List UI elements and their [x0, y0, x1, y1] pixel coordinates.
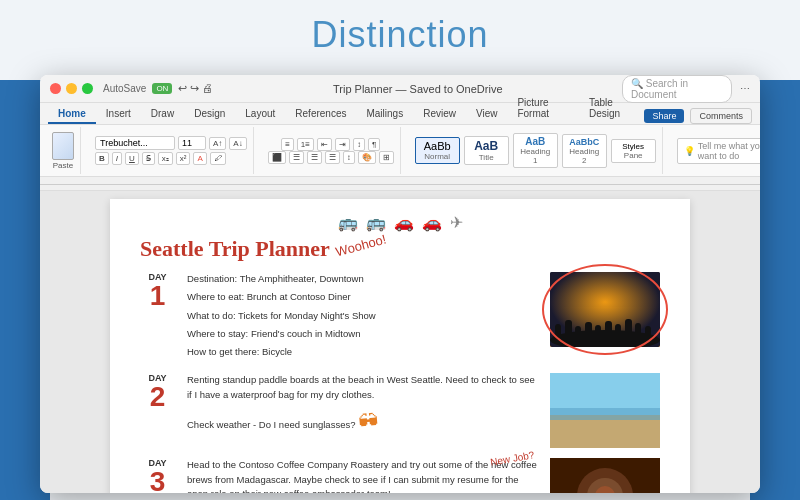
beach-image — [550, 373, 660, 448]
styles-area: AaBb Normal AaB Title AaB Heading 1 AaBb… — [415, 127, 656, 174]
day-3-image-wrapper: New Job? — [550, 458, 660, 493]
doc-title: Trip Planner — Saved to OneDrive — [214, 83, 623, 95]
ribbon-actions: Share Comments — [644, 108, 752, 124]
tab-design[interactable]: Design — [184, 106, 235, 124]
maximize-button[interactable] — [82, 83, 93, 94]
style-heading2[interactable]: AaBbC Heading 2 — [562, 134, 607, 168]
concert-image — [550, 272, 660, 347]
line-spacing-button[interactable]: ↕ — [343, 151, 355, 164]
day-3-row: Day 3 Head to the Contoso Coffee Company… — [140, 458, 660, 493]
day-3-content: Head to the Contoso Coffee Company Roast… — [187, 458, 538, 493]
day-2-content: Renting standup paddle boards at the bea… — [187, 373, 538, 440]
increase-font-button[interactable]: A↑ — [209, 137, 226, 150]
paste-icon — [52, 132, 74, 160]
day-1-row: Day 1 Destination: The Amphitheater, Dow… — [140, 272, 660, 363]
title-bar: AutoSave ON ↩ ↪ 🖨 Trip Planner — Saved t… — [40, 75, 760, 103]
indent-decrease-button[interactable]: ⇤ — [317, 138, 332, 151]
word-window: AutoSave ON ↩ ↪ 🖨 Trip Planner — Saved t… — [40, 75, 760, 493]
paragraph-group: ≡ 1≡ ⇤ ⇥ ↕ ¶ ⬛ ☰ ☰ ☰ ↕ 🎨 ⊞ — [262, 127, 401, 174]
tab-layout[interactable]: Layout — [235, 106, 285, 124]
svg-rect-9 — [625, 319, 632, 342]
doc-header: Seattle Trip Planner Woohoo! — [140, 236, 660, 262]
day-2-row: Day 2 Renting standup paddle boards at t… — [140, 373, 660, 448]
italic-button[interactable]: I — [112, 152, 122, 165]
decrease-font-button[interactable]: A↓ — [229, 137, 246, 150]
ribbon-tabs: Home Insert Draw Design Layout Reference… — [40, 103, 760, 125]
svg-rect-5 — [585, 322, 592, 342]
style-heading1[interactable]: AaB Heading 1 — [513, 133, 558, 168]
underline-button[interactable]: U — [125, 152, 139, 165]
highlight-button[interactable]: 🖊 — [210, 152, 226, 165]
comments-button[interactable]: Comments — [690, 108, 752, 124]
woohoo-annotation: Woohoo! — [334, 231, 388, 259]
justify-button[interactable]: ☰ — [325, 151, 340, 164]
paste-group: Paste — [46, 127, 81, 174]
svg-rect-8 — [615, 324, 621, 342]
tell-me-input[interactable]: 💡 Tell me what you want to do — [677, 138, 760, 164]
day-1-image-wrapper — [550, 272, 660, 347]
align-center-button[interactable]: ☰ — [289, 151, 304, 164]
car-icon-1: 🚗 — [394, 213, 414, 232]
font-color-button[interactable]: A — [193, 152, 206, 165]
align-right-button[interactable]: ☰ — [307, 151, 322, 164]
para-row-1: ≡ 1≡ ⇤ ⇥ ↕ ¶ — [281, 138, 380, 151]
para-row-2: ⬛ ☰ ☰ ☰ ↕ 🎨 ⊞ — [268, 151, 394, 164]
svg-rect-10 — [635, 323, 641, 342]
doc-page: 🚌 🚌 🚗 🚗 ✈ Seattle Trip Planner Woohoo! D… — [110, 199, 690, 493]
tab-insert[interactable]: Insert — [96, 106, 141, 124]
svg-rect-14 — [550, 408, 660, 420]
window-controls: ⋯ — [740, 83, 750, 94]
align-left-button[interactable]: ⬛ — [268, 151, 286, 164]
subscript-button[interactable]: x₂ — [158, 152, 173, 165]
shading-button[interactable]: 🎨 — [358, 151, 376, 164]
styles-pane-button[interactable]: Styles Pane — [611, 139, 656, 163]
bold-button[interactable]: B — [95, 152, 109, 165]
title-bar-left: AutoSave ON ↩ ↪ 🖨 — [103, 82, 214, 95]
ruler — [40, 177, 760, 191]
transport-icons: 🚌 🚌 🚗 🚗 ✈ — [140, 213, 660, 232]
sunglasses-annotation: 🕶 — [357, 405, 380, 437]
svg-rect-3 — [565, 320, 572, 342]
font-size-input[interactable] — [178, 136, 206, 150]
tab-picture-format[interactable]: Picture Format — [507, 95, 579, 124]
styles-group: AaBb Normal AaB Title AaB Heading 1 AaBb… — [409, 127, 663, 174]
numbering-button[interactable]: 1≡ — [297, 138, 314, 151]
svg-rect-7 — [605, 321, 612, 342]
car-icon-2: 🚗 — [422, 213, 442, 232]
font-name-input[interactable] — [95, 136, 175, 150]
style-normal[interactable]: AaBb Normal — [415, 137, 460, 164]
tab-mailings[interactable]: Mailings — [356, 106, 413, 124]
undo-redo-icons[interactable]: ↩ ↪ 🖨 — [178, 82, 213, 95]
superscript-button[interactable]: x² — [176, 152, 191, 165]
style-title[interactable]: AaB Title — [464, 136, 509, 165]
tab-review[interactable]: Review — [413, 106, 466, 124]
ribbon-toolbar: Paste A↑ A↓ B I U S̶ x₂ x² A — [40, 125, 760, 177]
tab-table-design[interactable]: Table Design — [579, 95, 644, 124]
tab-view[interactable]: View — [466, 106, 508, 124]
day-2-label: Day 2 — [140, 373, 175, 411]
minimize-button[interactable] — [66, 83, 77, 94]
borders-button[interactable]: ⊞ — [379, 151, 394, 164]
indent-increase-button[interactable]: ⇥ — [335, 138, 350, 151]
traffic-lights — [50, 83, 93, 94]
tab-home[interactable]: Home — [48, 106, 96, 124]
autosave-label: AutoSave — [103, 83, 146, 94]
strikethrough-button[interactable]: S̶ — [142, 152, 155, 165]
autosave-badge: ON — [152, 83, 172, 94]
day-3-label: Day 3 — [140, 458, 175, 493]
page-title: Distinction — [0, 0, 800, 66]
tab-references[interactable]: References — [285, 106, 356, 124]
doc-main-title: Seattle Trip Planner — [140, 236, 330, 262]
bus-icon-1: 🚌 — [338, 213, 358, 232]
paste-button[interactable]: Paste — [52, 132, 74, 170]
day-1-label: Day 1 — [140, 272, 175, 310]
svg-rect-2 — [555, 324, 561, 342]
show-formatting-button[interactable]: ¶ — [368, 138, 380, 151]
font-group: A↑ A↓ B I U S̶ x₂ x² A 🖊 — [89, 127, 254, 174]
sort-button[interactable]: ↕ — [353, 138, 365, 151]
close-button[interactable] — [50, 83, 61, 94]
tab-draw[interactable]: Draw — [141, 106, 184, 124]
share-button[interactable]: Share — [644, 109, 684, 123]
bus-icon-2: 🚌 — [366, 213, 386, 232]
bullets-button[interactable]: ≡ — [281, 138, 294, 151]
